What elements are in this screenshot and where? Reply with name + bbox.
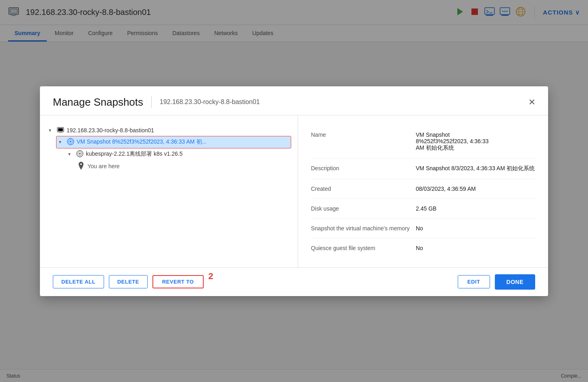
snapshot-disk-icon [76,150,83,159]
name-value: VM Snapshot 8%252f3%252f2023, 4:36:33 AM… [416,132,535,152]
step-badge: 2 [208,271,213,282]
description-value: VM Snapshot 8/3/2023, 4:36:33 AM 初始化系统 [416,165,535,172]
chevron-down-icon-l1[interactable]: ▾ [59,139,65,145]
disk-usage-value: 2.45 GB [416,205,535,212]
you-are-here-label: You are here [88,163,120,169]
you-are-here: You are here [75,160,291,173]
tree-item-kubespray[interactable]: ▾ kubespray-2.22.1离线部署 k8s v1.26.5 [66,148,291,160]
svg-rect-24 [59,132,62,133]
close-icon[interactable]: × [529,96,535,108]
disk-usage-label: Disk usage [311,205,416,212]
done-button[interactable]: DONE [495,274,535,290]
chevron-down-icon[interactable]: ▾ [49,127,54,133]
snapshot-memory-label: Snapshot the virtual machine's memory [311,225,416,232]
tree-vm-snapshot-label: VM Snapshot 8%252f3%252f2023, 4:36:33 AM… [77,138,206,146]
svg-point-31 [80,163,82,165]
tree-level-2: ▾ kubespray-2.22.1离线部署 k8s v1.26.5 [66,148,291,160]
name-value-line2: 8%252f3%252f2023, 4:36:33 [416,138,535,144]
tree-level-1: ▾ VM Snapshot 8%252f3%252f2023, 4:36:33 … [56,136,291,148]
chevron-down-icon-l2[interactable]: ▾ [68,151,74,157]
tree-level-0: ▾ 192.168.23.30-rocky-8.8-bastion01 [46,125,291,136]
detail-row-name: Name VM Snapshot 8%252f3%252f2023, 4:36:… [311,125,535,159]
footer-right: EDIT DONE [458,274,535,290]
tree-item-root[interactable]: ▾ 192.168.23.30-rocky-8.8-bastion01 [46,125,291,136]
manage-snapshots-modal: Manage Snapshots 192.168.23.30-rocky-8.8… [40,86,548,296]
quiesce-label: Quiesce guest file system [311,245,416,251]
detail-row-snapshot-memory: Snapshot the virtual machine's memory No [311,219,535,238]
delete-all-button[interactable]: DELETE ALL [53,275,104,288]
svg-rect-22 [58,128,63,131]
name-value-line1: VM Snapshot [416,132,535,138]
revert-to-button[interactable]: REVERT TO [152,275,204,288]
detail-row-created: Created 08/03/2023, 4:36:59 AM [311,179,535,199]
name-label: Name [311,132,416,138]
snapshot-tree: ▾ 192.168.23.30-rocky-8.8-bastion01 [40,115,298,267]
name-value-line3: AM 初始化系统 [416,144,535,152]
vm-snapshot-icon [57,127,64,134]
modal-subtitle: 192.168.23.30-rocky-8.8-bastion01 [160,98,260,106]
location-icon [78,162,84,171]
detail-row-quiesce: Quiesce guest file system No [311,238,535,258]
tree-item-vm-snapshot[interactable]: ▾ VM Snapshot 8%252f3%252f2023, 4:36:33 … [56,136,291,148]
modal-body: ▾ 192.168.23.30-rocky-8.8-bastion01 [40,115,548,267]
snapshot-memory-icon [67,138,74,146]
detail-row-description: Description VM Snapshot 8/3/2023, 4:36:3… [311,159,535,179]
delete-button[interactable]: DELETE [109,275,148,288]
description-label: Description [311,165,416,171]
snapshot-details: Name VM Snapshot 8%252f3%252f2023, 4:36:… [298,115,548,267]
revert-to-wrapper: REVERT TO 2 [152,275,204,288]
tree-root-label: 192.168.23.30-rocky-8.8-bastion01 [67,127,154,134]
modal-footer: DELETE ALL DELETE REVERT TO 2 EDIT DONE [40,267,548,296]
snapshot-memory-value: No [416,225,535,232]
quiesce-value: No [416,245,535,251]
tree-kubespray-label: kubespray-2.22.1离线部署 k8s v1.26.5 [86,150,183,158]
edit-button[interactable]: EDIT [458,275,490,288]
svg-point-27 [70,141,71,142]
detail-row-disk-usage: Disk usage 2.45 GB [311,199,535,219]
modal-header: Manage Snapshots 192.168.23.30-rocky-8.8… [40,86,548,115]
modal-overlay: Manage Snapshots 192.168.23.30-rocky-8.8… [0,0,588,382]
created-label: Created [311,186,416,192]
created-value: 08/03/2023, 4:36:59 AM [416,186,535,192]
modal-title: Manage Snapshots [53,96,143,109]
svg-point-30 [79,153,81,154]
modal-title-divider [151,96,152,108]
